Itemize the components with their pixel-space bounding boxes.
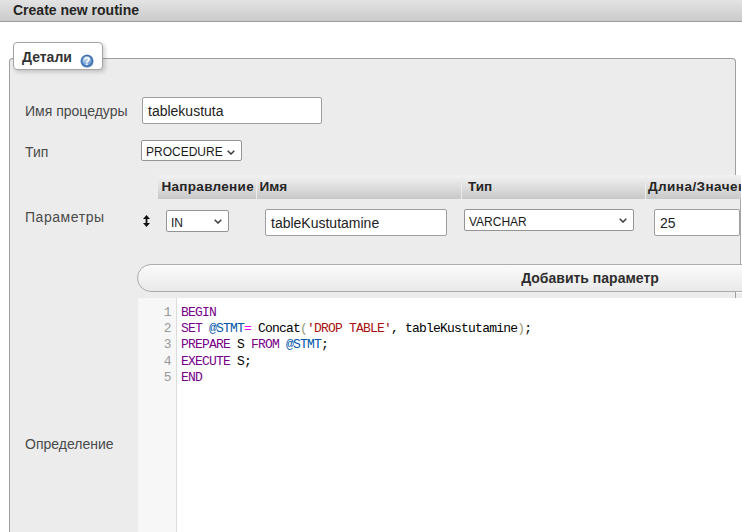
svg-text:?: ?	[83, 54, 89, 66]
